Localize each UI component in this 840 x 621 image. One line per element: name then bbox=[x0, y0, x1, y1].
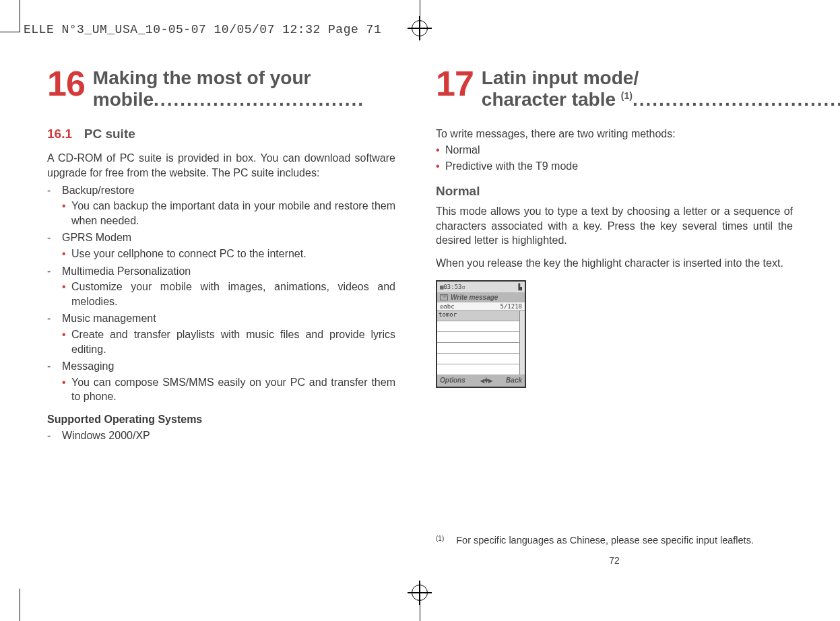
body-paragraph: When you release the key the highlight c… bbox=[436, 256, 793, 271]
list-item-head: Music management bbox=[62, 311, 156, 326]
phone-softkey-bar: Options ◂✦▸ Back bbox=[437, 374, 525, 387]
supported-os-item: - Windows 2000/XP bbox=[47, 428, 395, 443]
list-subitem-text: You can compose SMS/MMS easily on your P… bbox=[71, 375, 395, 404]
registration-mark bbox=[408, 28, 432, 29]
chapter-number: 16 bbox=[47, 67, 85, 100]
intro-paragraph: A CD-ROM of PC suite is provided in box.… bbox=[47, 151, 395, 180]
title-leader-dots: ................................ bbox=[154, 89, 395, 110]
bullet-dot-icon: • bbox=[62, 199, 71, 228]
bullet-dot-icon: • bbox=[436, 143, 445, 158]
bullet-item: • Normal bbox=[436, 143, 793, 158]
bullet-dot-icon: • bbox=[436, 159, 445, 174]
title-leader-dots: ................................ bbox=[633, 89, 840, 110]
bullet-text: Predictive with the T9 mode bbox=[445, 159, 578, 174]
subsection-heading: Normal bbox=[436, 184, 793, 199]
chapter-heading: 16 Making the most of your mobile ......… bbox=[47, 67, 395, 110]
bullet-dot-icon: • bbox=[62, 327, 71, 356]
section-heading: 16.1 PC suite bbox=[47, 127, 395, 141]
dash-bullet: - bbox=[47, 264, 62, 279]
list-subitem-text: Customize your mobile with images, anima… bbox=[71, 280, 395, 308]
footnote-number: (1) bbox=[436, 535, 444, 546]
footnote-ref: (1) bbox=[621, 90, 633, 101]
phone-title-text: Write message bbox=[451, 294, 498, 301]
list-subitem-text: Use your cellphone to connect PC to the … bbox=[71, 247, 395, 261]
list-subitem: • You can compose SMS/MMS easily on your… bbox=[62, 375, 395, 404]
body-paragraph: This mode allows you to type a text by c… bbox=[436, 204, 793, 248]
phone-time: ▦03:53▫ bbox=[440, 284, 465, 290]
list-subitem-text: You can backup the important data in you… bbox=[71, 199, 395, 228]
list-item-head: Backup/restore bbox=[62, 183, 135, 198]
chapter-title-line2: character table bbox=[482, 89, 616, 110]
bullet-text: Normal bbox=[445, 143, 480, 158]
supported-os-heading: Supported Operating Systems bbox=[47, 414, 395, 426]
bullet-item: • Predictive with the T9 mode bbox=[436, 159, 793, 174]
chapter-title-line2: mobile bbox=[93, 89, 154, 110]
chapter-heading: 17 Latin input mode/ character table (1)… bbox=[436, 67, 793, 110]
crop-mark bbox=[20, 589, 20, 621]
phone-input-mode: abc bbox=[443, 303, 454, 310]
bullet-dot-icon: • bbox=[62, 375, 71, 404]
dash-bullet: - bbox=[47, 359, 62, 374]
footnote: (1) For specific languages as Chinese, p… bbox=[436, 535, 793, 546]
dash-bullet: - bbox=[47, 428, 62, 443]
phone-typed-text: tomor bbox=[437, 311, 519, 322]
page-right: 17 Latin input mode/ character table (1)… bbox=[436, 61, 793, 573]
phone-scrollbar bbox=[519, 311, 525, 374]
phone-title-bar: Write message bbox=[437, 292, 525, 302]
bullet-dot-icon: • bbox=[62, 280, 71, 308]
list-subitem: • Create and transfer playlists with mus… bbox=[62, 327, 395, 356]
crop-mark bbox=[0, 32, 20, 32]
list-subitem-text: Create and transfer playlists with music… bbox=[71, 327, 395, 356]
softkey-left: Options bbox=[440, 377, 465, 384]
list-item-head: Messaging bbox=[62, 359, 114, 374]
crop-mark bbox=[20, 0, 20, 32]
footnote-text: For specific languages as Chinese, pleas… bbox=[456, 535, 754, 546]
dash-bullet: - bbox=[47, 311, 62, 326]
list-item-head: Multimedia Personalization bbox=[62, 264, 191, 279]
phone-input-status: ◎abc 5/1218 bbox=[437, 302, 525, 310]
chapter-title: Latin input mode/ character table (1) ..… bbox=[482, 67, 840, 110]
list-item: - Multimedia Personalization bbox=[47, 264, 395, 279]
dash-bullet: - bbox=[47, 183, 62, 198]
page-number: 72 bbox=[436, 555, 793, 566]
chapter-title-line1: Making the most of your bbox=[93, 67, 395, 89]
phone-text-area: tomor bbox=[437, 311, 519, 374]
softkey-right: Back bbox=[506, 377, 522, 384]
phone-screenshot: ▦03:53▫ ▙ Write message ◎abc 5/1218 tomo… bbox=[436, 280, 526, 388]
list-item: - GPRS Modem bbox=[47, 230, 395, 245]
chapter-number: 17 bbox=[436, 67, 474, 100]
phone-statusbar: ▦03:53▫ ▙ bbox=[437, 282, 525, 292]
registration-mark bbox=[408, 592, 432, 593]
list-item: - Backup/restore bbox=[47, 183, 395, 198]
list-subitem: • Use your cellphone to connect PC to th… bbox=[62, 247, 395, 261]
intro-paragraph: To write messages, there are two writing… bbox=[436, 127, 793, 141]
nav-icon: ◂✦▸ bbox=[480, 376, 491, 385]
dash-bullet: - bbox=[47, 230, 62, 245]
phone-char-count: 5/1218 bbox=[500, 303, 522, 310]
chapter-title-line1: Latin input mode/ bbox=[482, 67, 840, 89]
list-item: - Messaging bbox=[47, 359, 395, 374]
list-subitem: • You can backup the important data in y… bbox=[62, 199, 395, 228]
chapter-title: Making the most of your mobile .........… bbox=[93, 67, 395, 110]
list-item-head: GPRS Modem bbox=[62, 230, 131, 245]
section-number: 16.1 bbox=[47, 127, 72, 141]
supported-os-text: Windows 2000/XP bbox=[62, 428, 150, 443]
bullet-dot-icon: • bbox=[62, 247, 71, 261]
signal-icon: ▙ bbox=[519, 284, 522, 290]
envelope-icon bbox=[440, 294, 448, 300]
section-title: PC suite bbox=[84, 127, 135, 141]
print-header-meta: ELLE N°3_UM_USA_10-05-07 10/05/07 12:32 … bbox=[24, 23, 381, 36]
page-left: 16 Making the most of your mobile ......… bbox=[47, 61, 395, 573]
list-subitem: • Customize your mobile with images, ani… bbox=[62, 280, 395, 308]
list-item: - Music management bbox=[47, 311, 395, 326]
